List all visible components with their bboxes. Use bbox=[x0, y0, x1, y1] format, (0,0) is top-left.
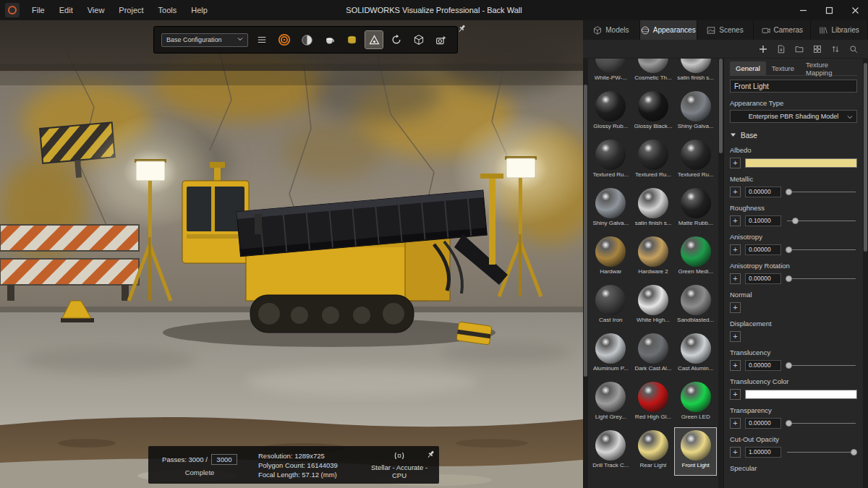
tab-cameras[interactable]: Cameras bbox=[754, 20, 811, 40]
prop-tab-general[interactable]: General bbox=[730, 61, 766, 76]
slider-thumb[interactable] bbox=[786, 420, 792, 427]
base-section-header[interactable]: Base bbox=[730, 132, 857, 140]
appearance-item[interactable]: Cast Iron bbox=[590, 282, 632, 330]
menu-project[interactable]: Project bbox=[111, 0, 150, 20]
add-map-button[interactable]: + bbox=[730, 302, 741, 313]
add-map-button[interactable]: + bbox=[730, 187, 741, 197]
appearance-type-dropdown[interactable]: Enterprise PBR Shading Model bbox=[730, 110, 857, 123]
appearance-name-input[interactable] bbox=[730, 80, 857, 93]
appearance-item[interactable]: Cast Alumin... bbox=[674, 330, 717, 379]
appearance-item[interactable]: Textured Ru... bbox=[632, 137, 675, 185]
menu-tools[interactable]: Tools bbox=[151, 0, 184, 20]
slider[interactable] bbox=[786, 447, 857, 458]
appearance-item[interactable]: Hardware 2 bbox=[632, 234, 675, 282]
appearance-item[interactable]: satin finish s... bbox=[674, 59, 717, 88]
add-map-button[interactable]: + bbox=[730, 158, 741, 168]
appearance-item[interactable]: satin finish s... bbox=[632, 185, 675, 234]
appearance-item[interactable]: Green Medi... bbox=[674, 234, 717, 282]
properties-scrollbar[interactable] bbox=[863, 59, 868, 488]
appearance-item[interactable]: Rear Light bbox=[632, 427, 675, 476]
prop-tab-texture[interactable]: Texture bbox=[766, 61, 800, 76]
add-map-button[interactable]: + bbox=[730, 244, 741, 255]
pin-icon[interactable] bbox=[456, 22, 467, 34]
appearance-item[interactable]: Glossy Rub... bbox=[590, 88, 632, 137]
value-input[interactable]: 0.00000 bbox=[745, 360, 781, 371]
appearance-item[interactable]: Textured Ru... bbox=[590, 137, 632, 185]
appearance-item[interactable]: Shiny Galva... bbox=[674, 88, 717, 137]
material-icon[interactable] bbox=[320, 31, 338, 48]
value-input[interactable]: 0.00000 bbox=[745, 244, 781, 255]
appearance-item[interactable]: Red High Gl... bbox=[632, 379, 675, 427]
appearance-item[interactable]: Green LED bbox=[674, 379, 717, 427]
passes-input[interactable]: 3000 bbox=[211, 454, 237, 465]
appearance-item[interactable]: Front Light bbox=[674, 427, 717, 476]
palette-scrollbar-right[interactable] bbox=[718, 59, 723, 488]
menu-file[interactable]: File bbox=[25, 0, 52, 20]
minimize-button[interactable] bbox=[790, 0, 816, 20]
value-input[interactable]: 0.00000 bbox=[745, 273, 781, 284]
add-map-button[interactable]: + bbox=[730, 273, 741, 284]
slider-thumb[interactable] bbox=[786, 247, 792, 253]
appearance-item[interactable]: Aluminum P... bbox=[590, 330, 632, 379]
spotlight-icon[interactable] bbox=[365, 31, 383, 48]
appearance-item[interactable]: Textured Ru... bbox=[674, 137, 717, 185]
refresh-icon[interactable] bbox=[388, 31, 405, 48]
tab-models[interactable]: Models bbox=[583, 20, 640, 40]
value-input[interactable]: 0.00000 bbox=[745, 418, 781, 429]
maximize-button[interactable] bbox=[816, 0, 842, 20]
appearance-item[interactable]: White-PW-... bbox=[590, 59, 632, 88]
appearance-item[interactable]: Matte Rubb... bbox=[674, 185, 717, 234]
render-camera-icon[interactable] bbox=[433, 31, 450, 48]
prop-tab-texture-mapping[interactable]: Texture Mapping bbox=[800, 61, 857, 76]
appearance-item[interactable]: Shiny Galva... bbox=[590, 185, 632, 234]
value-input[interactable]: 0.00000 bbox=[745, 187, 781, 197]
slider-thumb[interactable] bbox=[786, 362, 792, 369]
slider-thumb[interactable] bbox=[792, 218, 799, 224]
slider-thumb[interactable] bbox=[786, 189, 792, 195]
add-map-button[interactable]: + bbox=[730, 418, 741, 429]
appearance-item[interactable]: Cosmetic Th... bbox=[632, 59, 675, 88]
menu-help[interactable]: Help bbox=[184, 0, 215, 20]
sort-icon[interactable] bbox=[831, 45, 840, 53]
new-folder-icon[interactable] bbox=[795, 45, 804, 53]
split-sphere-icon[interactable] bbox=[298, 31, 315, 48]
add-map-button[interactable]: + bbox=[730, 360, 741, 371]
search-icon[interactable] bbox=[849, 45, 858, 53]
appearance-item[interactable]: Sandblasted... bbox=[674, 282, 717, 330]
render-mode-icon[interactable] bbox=[276, 31, 293, 48]
tab-appearances[interactable]: Appearances bbox=[640, 20, 697, 40]
appearance-item[interactable]: White High... bbox=[632, 282, 675, 330]
list-menu-icon[interactable] bbox=[253, 31, 271, 48]
viewport-3d[interactable]: Base Configuration Passes: 3000 / 3000 C… bbox=[0, 20, 583, 488]
tab-scenes[interactable]: Scenes bbox=[697, 20, 754, 40]
appearance-item[interactable]: Light Grey... bbox=[590, 379, 632, 427]
color-swatch[interactable] bbox=[745, 158, 857, 168]
close-button[interactable] bbox=[842, 0, 868, 20]
add-icon[interactable] bbox=[759, 45, 767, 53]
menu-edit[interactable]: Edit bbox=[52, 0, 80, 20]
appearance-item[interactable]: Hardwar bbox=[590, 234, 632, 282]
palette-scrollbar-left[interactable] bbox=[583, 59, 588, 488]
configuration-dropdown[interactable]: Base Configuration bbox=[161, 33, 248, 47]
slider-thumb[interactable] bbox=[851, 449, 857, 455]
scene-box-icon[interactable] bbox=[410, 31, 427, 48]
slider[interactable] bbox=[786, 187, 857, 197]
add-map-button[interactable]: + bbox=[730, 447, 741, 458]
slider[interactable] bbox=[786, 360, 857, 371]
slider[interactable] bbox=[786, 244, 857, 255]
appearance-item[interactable]: Glossy Black... bbox=[632, 88, 675, 137]
value-input[interactable]: 1.00000 bbox=[745, 447, 781, 458]
menu-view[interactable]: View bbox=[80, 0, 112, 20]
appearance-item[interactable]: Drill Track C... bbox=[590, 427, 632, 476]
tab-libraries[interactable]: Libraries bbox=[811, 20, 868, 40]
value-input[interactable]: 0.10000 bbox=[745, 215, 781, 226]
add-map-button[interactable]: + bbox=[730, 389, 741, 400]
pin-icon[interactable] bbox=[425, 448, 436, 460]
add-map-button[interactable]: + bbox=[730, 331, 741, 342]
grid-view-icon[interactable] bbox=[813, 45, 822, 53]
add-map-button[interactable]: + bbox=[730, 215, 741, 226]
slider-thumb[interactable] bbox=[786, 275, 792, 282]
slider[interactable] bbox=[786, 418, 857, 429]
slider[interactable] bbox=[786, 273, 857, 284]
slider[interactable] bbox=[786, 215, 857, 226]
